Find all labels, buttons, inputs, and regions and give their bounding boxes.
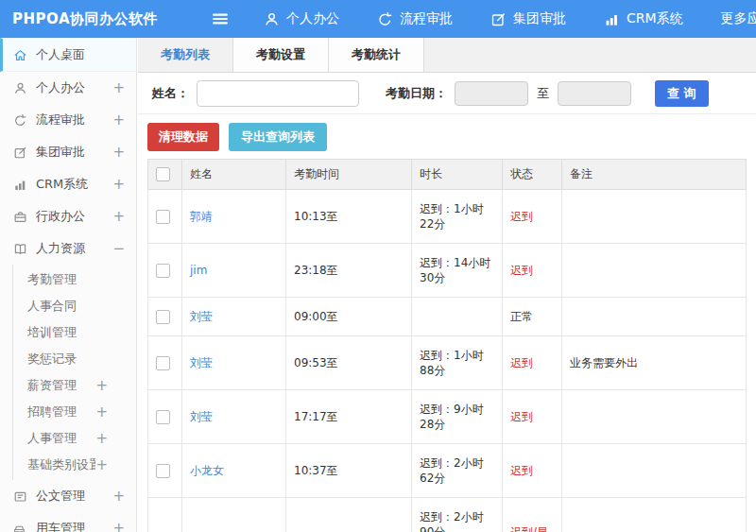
sidebar-item-label: 流程审批 [36,112,112,129]
employee-name-link[interactable]: jim [190,264,207,277]
tab-1[interactable]: 考勤设置 [233,38,329,72]
expand-toggle-icon[interactable]: + [95,432,108,446]
time-cell: 10:37至 [286,444,412,498]
sidebar-item[interactable]: 个人办公+ [0,72,136,104]
row-checkbox[interactable] [156,210,170,224]
employee-name-link[interactable]: 刘莹 [190,356,213,369]
user-icon [264,11,280,27]
topnav-item-user[interactable]: 个人办公 [264,10,339,27]
name-cell: jim [182,244,286,298]
row-checkbox-cell [148,298,182,336]
main-content: 考勤列表考勤设置考勤统计 姓名： 考勤日期： 至 查 询 清理数据 导出查询列表… [138,38,756,532]
table-row: 郭靖10:13至迟到：1小时22分迟到 [148,190,747,244]
duration-cell: 迟到：1小时88分 [412,336,503,390]
tab-2[interactable]: 考勤统计 [329,38,424,72]
name-filter-input[interactable] [197,80,359,107]
attendance-table: 姓名考勤时间时长状态备注 郭靖10:13至迟到：1小时22分迟到jim23:18… [147,159,747,532]
sidebar-subitem[interactable]: 基础类别设置+ [13,452,136,478]
duration-line: 迟到：2小时62分 [420,455,494,486]
topnav-item-label: 流程审批 [400,10,453,27]
edit-icon [13,146,27,160]
sidebar-subitem[interactable]: 奖惩记录 [13,346,136,372]
table-row: jim23:18至迟到：14小时30分迟到 [148,244,747,298]
flow-icon [13,113,27,128]
search-button[interactable]: 查 询 [655,80,709,107]
sidebar-item[interactable]: 行政办公+ [0,200,136,232]
time-cell: 09:00至 [286,298,412,336]
duration-cell: 迟到：2小时62分 [412,444,503,498]
user-icon [13,81,27,95]
clean-data-button[interactable]: 清理数据 [147,123,219,151]
duration-cell: 迟到：14小时30分 [412,244,503,298]
sidebar-item[interactable]: 流程审批+ [0,104,136,136]
status-cell: 迟到/早退 [503,498,562,532]
tab-0[interactable]: 考勤列表 [138,38,233,72]
expand-toggle-icon[interactable]: + [95,458,108,472]
topnav-item-chart[interactable]: CRM系统 [604,10,683,27]
expand-toggle-icon[interactable]: + [112,210,125,224]
row-checkbox[interactable] [156,464,170,478]
expand-toggle-icon[interactable]: + [112,81,125,95]
expand-toggle-icon[interactable]: − [112,242,125,256]
select-all-checkbox[interactable] [156,167,170,181]
employee-name-link[interactable]: 郭靖 [190,210,213,223]
row-checkbox[interactable] [156,410,170,424]
duration-cell: 迟到：9小时28分 [412,390,503,444]
sidebar-item[interactable]: 个人桌面 [0,38,136,72]
expand-toggle-icon[interactable]: + [112,146,125,160]
status-cell: 迟到 [503,390,562,444]
menu-icon[interactable] [211,9,230,28]
date-to-input[interactable] [558,81,631,106]
row-checkbox[interactable] [156,264,170,278]
expand-toggle-icon[interactable]: + [95,405,108,420]
topnav-item-flow[interactable]: 流程审批 [377,10,453,27]
home-icon [13,48,27,62]
date-filter-label: 考勤日期： [386,85,447,102]
expand-toggle-icon[interactable]: + [112,522,125,532]
flow-icon [377,11,393,27]
duration-cell: 迟到：1小时22分 [412,190,503,244]
status-cell: 迟到 [503,336,562,390]
sidebar-subitem[interactable]: 薪资管理+ [13,372,136,399]
column-header: 考勤时间 [286,160,412,190]
duration-cell: 迟到：2小时90分早退：7小时10分 [412,498,503,532]
time-cell: 10:13至 [286,190,412,244]
sidebar-item[interactable]: 人力资源− [0,232,136,265]
expand-toggle-icon[interactable]: + [112,178,125,192]
status-badge: 迟到 [510,210,533,223]
row-checkbox-cell [148,444,182,498]
topnav-item-label: 个人办公 [286,10,339,27]
expand-toggle-icon[interactable]: + [112,489,125,504]
sidebar-subitem[interactable]: 招聘管理+ [13,399,136,425]
sidebar-subitem-label: 人事合同 [27,298,108,315]
sidebar-subitem[interactable]: 培训管理 [13,319,136,346]
duration-line: 迟到：1小时22分 [420,201,494,232]
sidebar-item-label: CRM系统 [36,176,112,193]
employee-name-link[interactable]: 刘莹 [190,310,213,323]
date-from-input[interactable] [455,81,528,106]
sidebar-subitem[interactable]: 考勤管理 [13,266,136,293]
sidebar-item-label: 个人办公 [36,79,112,96]
topnav-item-edit[interactable]: 集团审批 [490,10,566,27]
expand-toggle-icon[interactable]: + [112,113,125,128]
sidebar-item[interactable]: 公文管理+ [0,480,136,512]
status-badge: 迟到 [510,356,533,369]
doc-icon [13,489,27,504]
time-cell: 23:18至 [286,244,412,298]
filter-bar: 姓名： 考勤日期： 至 查 询 [138,73,756,114]
row-checkbox[interactable] [156,310,170,324]
sidebar-subitem[interactable]: 人事合同 [13,293,136,319]
sidebar-submenu: 考勤管理人事合同培训管理奖惩记录薪资管理+招聘管理+人事管理+基础类别设置+ [12,265,136,480]
employee-name-link[interactable]: 刘莹 [190,410,213,423]
sidebar-item[interactable]: 集团审批+ [0,136,136,168]
export-list-button[interactable]: 导出查询列表 [229,123,327,151]
sidebar-item[interactable]: CRM系统+ [0,168,136,200]
row-checkbox[interactable] [156,356,170,370]
sidebar-subitem[interactable]: 人事管理+ [13,425,136,452]
sidebar-item[interactable]: 用车管理+ [0,512,136,532]
employee-name-link[interactable]: 小龙女 [190,464,224,477]
topnav-item-more[interactable]: 更多应用 [721,10,756,27]
chart-icon [604,11,620,27]
status-cell: 正常 [503,298,562,336]
expand-toggle-icon[interactable]: + [95,379,108,393]
